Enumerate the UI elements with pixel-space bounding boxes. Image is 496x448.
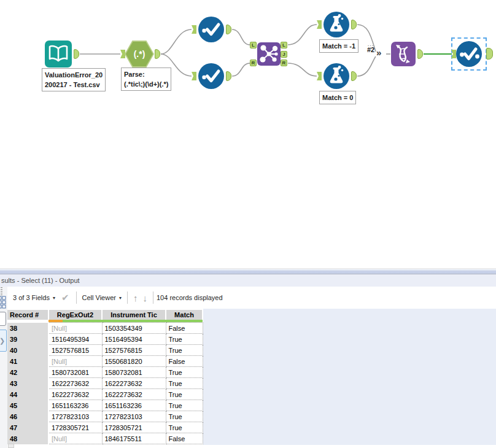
regexout2-cell[interactable]: 1527576815 bbox=[48, 345, 102, 356]
output-anchor[interactable] bbox=[486, 48, 493, 60]
results-panel-title: sults - Select (11) - Output bbox=[0, 274, 496, 287]
record-number-cell[interactable]: 39 bbox=[7, 334, 48, 345]
instrument-tic-cell[interactable]: 1727823103 bbox=[102, 411, 166, 422]
instrument-tic-cell[interactable]: 1503354349 bbox=[102, 323, 166, 334]
tool-filter-top[interactable] bbox=[323, 11, 350, 41]
regexout2-cell[interactable]: 1727823103 bbox=[48, 411, 102, 422]
match-cell[interactable]: True bbox=[166, 422, 203, 433]
match-cell[interactable]: False bbox=[166, 356, 203, 367]
tool-filter-bottom[interactable] bbox=[323, 63, 350, 92]
match-cell[interactable]: True bbox=[166, 367, 203, 378]
instrument-tic-cell[interactable]: 1550681820 bbox=[102, 356, 166, 367]
regexout2-cell[interactable]: 1651163236 bbox=[48, 400, 102, 411]
regexout2-cell[interactable]: 1622273632 bbox=[48, 389, 102, 400]
match-cell[interactable]: True bbox=[166, 411, 203, 422]
tool-unique-lower[interactable] bbox=[198, 63, 225, 92]
flask-icon bbox=[323, 63, 350, 90]
table-row[interactable]: 39 1516495394 1516495394 True bbox=[7, 334, 203, 345]
record-number-cell[interactable]: 41 bbox=[7, 356, 48, 367]
record-number-cell[interactable]: 38 bbox=[7, 323, 48, 334]
record-number-cell[interactable]: 42 bbox=[7, 367, 48, 378]
instrument-tic-cell[interactable]: 1651163236 bbox=[102, 400, 166, 411]
table-row[interactable]: 46 1727823103 1727823103 True bbox=[7, 411, 203, 422]
instrument-tic-cell[interactable]: 1580732081 bbox=[102, 367, 166, 378]
table-row[interactable]: 47 1728305721 1728305721 True bbox=[7, 422, 203, 433]
join-output-left-anchor[interactable]: L bbox=[281, 42, 287, 48]
input-tool-annotation: ValuationError_20 200217 - Test.csv bbox=[42, 68, 106, 91]
regexout2-cell[interactable]: 1516495394 bbox=[48, 334, 102, 345]
column-header-match[interactable]: Match bbox=[166, 310, 203, 320]
regexout2-cell[interactable]: [Null] bbox=[48, 323, 102, 334]
table-view-icon[interactable] bbox=[0, 296, 7, 309]
table-row[interactable]: 38 [Null] 1503354349 False bbox=[7, 323, 203, 334]
regex-tool-annotation: Parse: (.*tic\;)(\d+)(.*) bbox=[121, 68, 171, 91]
apply-check-icon[interactable]: ✔ bbox=[58, 292, 73, 303]
quality-bar-regexout2 bbox=[48, 320, 102, 323]
tool-join[interactable] bbox=[257, 42, 281, 68]
match-cell[interactable]: True bbox=[166, 389, 203, 400]
table-row[interactable]: 42 1580732081 1580732081 True bbox=[7, 367, 203, 378]
record-number-cell[interactable]: 44 bbox=[7, 389, 48, 400]
alteryx-window: ValuationError_20 200217 - Test.csv (.*)… bbox=[0, 0, 496, 448]
column-header-record[interactable]: Record # bbox=[7, 310, 48, 320]
arrow-up-icon[interactable]: ↑ bbox=[131, 293, 141, 303]
regexout2-cell[interactable]: [Null] bbox=[48, 356, 102, 367]
tool-input-data[interactable] bbox=[45, 41, 72, 70]
horizontal-scrollbar-stub[interactable] bbox=[8, 444, 14, 448]
table-row[interactable]: 48 [Null] 1846175511 False bbox=[7, 433, 203, 444]
union-input-anchor-icon[interactable]: » bbox=[376, 48, 381, 58]
column-header-regexout2[interactable]: RegExOut2 bbox=[48, 310, 102, 320]
tool-unique-upper[interactable] bbox=[198, 16, 225, 45]
record-number-cell[interactable]: 46 bbox=[7, 411, 48, 422]
record-number-cell[interactable]: 40 bbox=[7, 345, 48, 356]
instrument-tic-cell[interactable]: 1728305721 bbox=[102, 422, 166, 433]
panel-splitter[interactable] bbox=[0, 268, 496, 274]
regexout2-cell[interactable]: 1622273632 bbox=[48, 378, 102, 389]
table-row[interactable]: 43 1622273632 1622273632 True bbox=[7, 378, 203, 389]
match-cell[interactable]: True bbox=[166, 400, 203, 411]
match-cell[interactable]: True bbox=[166, 345, 203, 356]
instrument-tic-cell[interactable]: 1846175511 bbox=[102, 433, 166, 444]
fields-dropdown[interactable]: 3 of 3 Fields ▾ bbox=[10, 294, 58, 301]
toolbar-separator bbox=[153, 292, 153, 304]
record-number-cell[interactable]: 43 bbox=[7, 378, 48, 389]
instrument-tic-cell[interactable]: 1516495394 bbox=[102, 334, 166, 345]
tool-union[interactable] bbox=[391, 42, 416, 69]
tool-regex-parse[interactable]: (.*) bbox=[125, 41, 154, 68]
table-row[interactable]: 45 1651163236 1651163236 True bbox=[7, 400, 203, 411]
regexout2-cell[interactable]: 1728305721 bbox=[48, 422, 102, 433]
table-row[interactable]: 41 [Null] 1550681820 False bbox=[7, 356, 203, 367]
column-header-instrument-tic[interactable]: Instrument Tic bbox=[102, 310, 166, 320]
table-row[interactable]: 40 1527576815 1527576815 True bbox=[7, 345, 203, 356]
tool-select-output[interactable] bbox=[455, 41, 482, 70]
record-number-cell[interactable]: 48 bbox=[7, 433, 48, 444]
join-molecule-icon bbox=[257, 42, 281, 66]
cell-viewer-dropdown[interactable]: Cell Viewer ▾ bbox=[80, 294, 124, 301]
select-check-icon bbox=[455, 41, 482, 68]
results-table[interactable]: Record # RegExOut2 Instrument Tic Match bbox=[7, 310, 203, 444]
match-cell[interactable]: False bbox=[166, 323, 203, 334]
records-count-text: 104 records displayed bbox=[157, 294, 223, 301]
results-panel: sults - Select (11) - Output ❯ bbox=[0, 268, 496, 448]
record-number-cell[interactable]: 45 bbox=[7, 400, 48, 411]
instrument-tic-cell[interactable]: 1622273632 bbox=[102, 389, 166, 400]
match-cell[interactable]: True bbox=[166, 378, 203, 389]
table-header-row: Record # RegExOut2 Instrument Tic Match bbox=[7, 310, 203, 320]
instrument-tic-cell[interactable]: 1622273632 bbox=[102, 378, 166, 389]
match-cell[interactable]: True bbox=[166, 334, 203, 345]
workflow-canvas[interactable]: ValuationError_20 200217 - Test.csv (.*)… bbox=[0, 0, 496, 268]
regexout2-cell[interactable]: [Null] bbox=[48, 433, 102, 444]
regexout2-cell[interactable]: 1580732081 bbox=[48, 367, 102, 378]
quality-bar-instrument-tic bbox=[102, 320, 166, 323]
join-input-right-anchor[interactable]: R bbox=[250, 60, 257, 66]
arrow-down-icon[interactable]: ↓ bbox=[140, 293, 150, 303]
join-output-right-anchor[interactable]: R bbox=[281, 60, 287, 66]
record-number-cell[interactable]: 47 bbox=[7, 422, 48, 433]
join-input-left-anchor[interactable]: L bbox=[250, 42, 257, 48]
join-output-join-anchor[interactable]: J bbox=[281, 51, 287, 58]
table-row[interactable]: 44 1622273632 1622273632 True bbox=[7, 389, 203, 400]
profile-view-icon[interactable] bbox=[0, 312, 6, 326]
match-cell[interactable]: False bbox=[166, 433, 203, 444]
expand-panel-button[interactable]: ❯ bbox=[0, 330, 7, 352]
instrument-tic-cell[interactable]: 1527576815 bbox=[102, 345, 166, 356]
